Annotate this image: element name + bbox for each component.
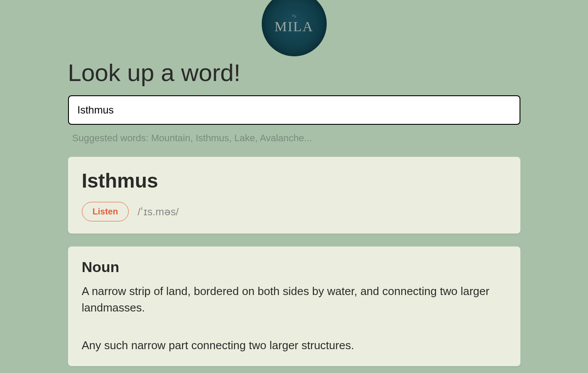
definition-text: Any such narrow part connecting two larg… bbox=[82, 337, 507, 354]
search-input[interactable] bbox=[68, 95, 520, 125]
logo-text: MILA bbox=[275, 19, 314, 35]
pronunciation-row: Listen /ˈɪs.məs/ bbox=[82, 202, 507, 221]
part-of-speech: Noun bbox=[82, 259, 507, 276]
definition-text: A narrow strip of land, bordered on both… bbox=[82, 283, 507, 316]
page-title: Look up a word! bbox=[68, 58, 520, 87]
word-card: Isthmus Listen /ˈɪs.məs/ bbox=[68, 157, 520, 234]
logo: MILA bbox=[262, 0, 327, 56]
listen-button[interactable]: Listen bbox=[82, 202, 129, 221]
suggestions-text: Suggested words: Mountain, Isthmus, Lake… bbox=[72, 133, 520, 144]
phonetic-text: /ˈɪs.məs/ bbox=[137, 206, 179, 218]
logo-circle: MILA bbox=[262, 0, 327, 56]
word-title: Isthmus bbox=[82, 169, 507, 192]
definition-card: Noun A narrow strip of land, bordered on… bbox=[68, 247, 520, 366]
